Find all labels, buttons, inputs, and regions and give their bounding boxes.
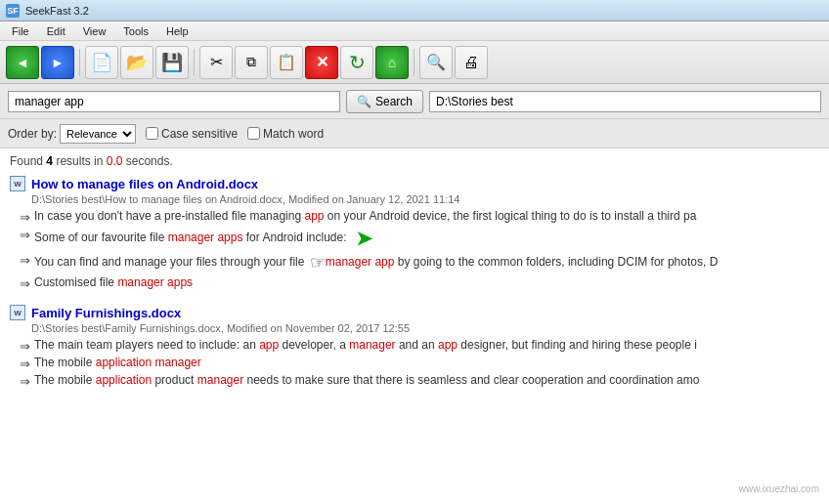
- paste-button[interactable]: 📋: [270, 46, 303, 79]
- result-title[interactable]: W How to manage files on Android.docx: [10, 176, 819, 191]
- arrow-bullet: ⇒: [20, 228, 30, 242]
- results-summary: Found 4 results in 0.0 seconds.: [10, 154, 819, 168]
- search-input[interactable]: [8, 91, 340, 112]
- search-toolbar-button[interactable]: 🔍: [419, 46, 453, 79]
- search-button[interactable]: 🔍 Search: [346, 90, 423, 113]
- menu-file[interactable]: File: [4, 24, 37, 38]
- refresh-button[interactable]: ↻: [340, 46, 373, 79]
- doc-icon: W: [10, 176, 25, 191]
- app-title: SeekFast 3.2: [25, 5, 89, 17]
- result-snippet: ⇒ The mobile application manager: [20, 356, 819, 371]
- arrow-bullet: ⇒: [20, 276, 30, 291]
- match-word-option[interactable]: Match word: [247, 127, 324, 141]
- result-snippet: ⇒ The main team players need to include:…: [20, 338, 819, 354]
- result-path: D:\Stories best\Family Furnishings.docx,…: [31, 322, 819, 334]
- result-path: D:\Stories best\How to manage files on A…: [31, 193, 819, 205]
- green-arrow-icon: ➤: [356, 227, 372, 250]
- watermark: www.ixuezhai.com: [739, 483, 819, 494]
- toolbar: ◄ ► 📄 📂 💾 ✂ ⧉ 📋 ✕ ↻ ⌂ 🔍 🖨: [0, 41, 829, 84]
- print-button[interactable]: 🖨: [455, 46, 488, 79]
- cut-button[interactable]: ✂: [199, 46, 233, 79]
- order-by-select[interactable]: Relevance Date Name: [60, 124, 136, 144]
- options-bar: Order by: Relevance Date Name Case sensi…: [0, 119, 829, 148]
- home-button[interactable]: ⌂: [375, 46, 409, 79]
- separator-1: [79, 49, 80, 76]
- stop-button[interactable]: ✕: [305, 46, 338, 79]
- arrow-bullet: ⇒: [20, 339, 30, 354]
- result-item: W Family Furnishings.docx D:\Stories bes…: [10, 305, 819, 389]
- search-icon: 🔍: [357, 95, 371, 108]
- order-by-label: Order by: Relevance Date Name: [8, 124, 136, 144]
- separator-3: [414, 49, 414, 76]
- search-bar: 🔍 Search: [0, 84, 829, 119]
- separator-2: [194, 49, 195, 76]
- case-sensitive-option[interactable]: Case sensitive: [146, 127, 238, 141]
- copy-button[interactable]: ⧉: [235, 46, 268, 79]
- match-word-checkbox[interactable]: [247, 127, 260, 140]
- result-snippet: ⇒ In case you don't have a pre-installed…: [20, 209, 819, 225]
- results-time: 0.0: [107, 154, 123, 168]
- doc-icon: W: [10, 305, 25, 320]
- app-icon: SF: [6, 4, 20, 18]
- result-snippet: ⇒ Some of our favourite file manager app…: [20, 227, 819, 250]
- result-item: W How to manage files on Android.docx D:…: [10, 176, 819, 291]
- title-bar: SF SeekFast 3.2: [0, 0, 829, 21]
- menu-edit[interactable]: Edit: [39, 24, 73, 38]
- new-file-button[interactable]: 📄: [85, 46, 118, 79]
- arrow-bullet: ⇒: [20, 357, 30, 371]
- results-count: 4: [46, 154, 53, 168]
- forward-button[interactable]: ►: [41, 46, 74, 79]
- open-folder-button[interactable]: 📂: [120, 46, 153, 79]
- arrow-bullet: ⇒: [20, 253, 30, 268]
- save-button[interactable]: 💾: [155, 46, 189, 79]
- result-snippet: ⇒ You can find and manage your files thr…: [20, 252, 819, 273]
- arrow-bullet: ⇒: [20, 374, 30, 389]
- result-snippet: ⇒ The mobile application product manager…: [20, 373, 819, 389]
- menu-tools[interactable]: Tools: [115, 24, 156, 38]
- menu-view[interactable]: View: [75, 24, 114, 38]
- folder-path-input[interactable]: [429, 91, 821, 112]
- arrow-bullet: ⇒: [20, 210, 30, 225]
- menu-bar: File Edit View Tools Help: [0, 21, 829, 41]
- case-sensitive-checkbox[interactable]: [146, 127, 158, 140]
- back-button[interactable]: ◄: [6, 46, 39, 79]
- results-area: Found 4 results in 0.0 seconds. W How to…: [0, 148, 829, 504]
- result-title[interactable]: W Family Furnishings.docx: [10, 305, 819, 320]
- search-button-label: Search: [375, 95, 413, 108]
- cursor-hand-icon: ☞: [310, 252, 326, 273]
- menu-help[interactable]: Help: [158, 24, 196, 38]
- result-snippet: ⇒ Customised file manager apps: [20, 275, 819, 291]
